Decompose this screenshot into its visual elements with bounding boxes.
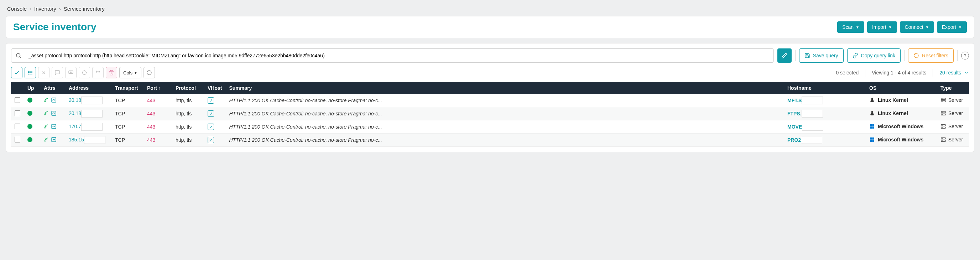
server-icon: [940, 110, 946, 116]
crumb-service-inventory[interactable]: Service inventory: [64, 6, 105, 12]
chart-icon: [51, 137, 57, 142]
protocol-cell: http, tls: [172, 120, 204, 134]
clear-button[interactable]: [38, 67, 49, 78]
svg-point-44: [942, 138, 942, 139]
row-checkbox[interactable]: [14, 137, 20, 142]
link-icon: [853, 53, 858, 58]
export-button[interactable]: Export▼: [937, 21, 967, 33]
chart-icon: [51, 124, 57, 129]
open-vhost-button[interactable]: ↗: [208, 110, 214, 117]
col-address[interactable]: Address: [65, 82, 111, 94]
selected-count: 0 selected: [836, 70, 859, 75]
search-field[interactable]: [11, 48, 774, 63]
col-type[interactable]: Type: [937, 82, 969, 94]
svg-point-24: [942, 112, 942, 112]
screenshot-button[interactable]: [65, 67, 76, 78]
svg-line-1: [19, 57, 21, 58]
rescan-button[interactable]: [79, 67, 90, 78]
save-query-button[interactable]: Save query: [799, 48, 843, 63]
connect-button[interactable]: Connect▼: [900, 21, 934, 33]
transport-cell: TCP: [111, 94, 143, 107]
table-row[interactable]: 20.18 TCP 443 http, tls ↗ HTTP/1.1 200 O…: [11, 94, 969, 107]
list-icon: [27, 70, 33, 75]
chart-icon: [51, 97, 57, 103]
comment-button[interactable]: [52, 67, 63, 78]
svg-rect-30: [870, 126, 872, 129]
address-link[interactable]: 20.18: [69, 97, 81, 103]
table-row[interactable]: 185.15 TCP 443 http, tls ↗ HTTP/1.1 200 …: [11, 134, 969, 147]
transport-cell: TCP: [111, 134, 143, 147]
table-row[interactable]: 170.7 TCP 443 http, tls ↗ HTTP/1.1 200 O…: [11, 120, 969, 134]
col-transport[interactable]: Transport: [111, 82, 143, 94]
svg-rect-31: [872, 126, 874, 129]
col-up[interactable]: Up: [24, 82, 40, 94]
scan-button[interactable]: Scan▼: [837, 21, 864, 33]
row-checkbox[interactable]: [14, 124, 20, 129]
col-attrs[interactable]: Attrs: [40, 82, 65, 94]
content-panel: Save query Copy query link Reset filters…: [6, 43, 974, 152]
chevron-down-icon: [964, 70, 969, 75]
open-vhost-button[interactable]: ↗: [208, 137, 214, 143]
select-all-button[interactable]: [11, 67, 22, 78]
crumb-console[interactable]: Console: [7, 6, 27, 12]
chevron-right-icon: ›: [59, 6, 61, 12]
sort-asc-icon: ↑: [159, 86, 161, 91]
col-hostname[interactable]: Hostname: [784, 82, 866, 94]
list-view-button[interactable]: [25, 67, 36, 78]
edit-query-button[interactable]: [777, 48, 792, 63]
protocol-cell: http, tls: [172, 134, 204, 147]
server-icon: [940, 124, 946, 129]
caret-down-icon: ▼: [134, 71, 137, 75]
address-link[interactable]: 170.7: [69, 124, 81, 129]
type-cell: Server: [940, 110, 963, 116]
caret-down-icon: ▼: [958, 25, 962, 29]
table-row[interactable]: 20.18 TCP 443 http, tls ↗ HTTP/1.1 200 O…: [11, 107, 969, 120]
transport-cell: TCP: [111, 120, 143, 134]
monitor-icon: [68, 70, 74, 75]
address-link[interactable]: 20.18: [69, 110, 81, 116]
divider: [957, 50, 958, 61]
open-vhost-button[interactable]: ↗: [208, 97, 214, 104]
delete-button[interactable]: [106, 67, 117, 78]
columns-button[interactable]: Cols ▼: [119, 67, 142, 78]
type-cell: Server: [940, 137, 963, 142]
row-checkbox[interactable]: [14, 97, 20, 103]
type-cell: Server: [940, 97, 963, 103]
pagesize-dropdown[interactable]: 20 results: [939, 70, 969, 75]
protocol-cell: http, tls: [172, 94, 204, 107]
search-input[interactable]: [25, 49, 773, 62]
refresh-button[interactable]: [143, 67, 155, 78]
comment-icon: [54, 70, 60, 75]
col-port[interactable]: Port↑: [143, 82, 172, 94]
svg-rect-29: [872, 124, 874, 126]
svg-rect-41: [872, 140, 874, 142]
protocol-cell: http, tls: [172, 107, 204, 120]
reset-icon: [913, 53, 919, 58]
reset-filters-button[interactable]: Reset filters: [908, 48, 954, 63]
copy-query-link-button[interactable]: Copy query link: [847, 48, 901, 63]
status-up-icon: [27, 137, 32, 142]
server-icon: [940, 137, 946, 142]
hostname-link[interactable]: MFT.S: [788, 97, 802, 103]
redacted: [801, 136, 822, 144]
windows-icon: [869, 137, 875, 142]
hostname-link[interactable]: PRO2: [788, 137, 801, 143]
merge-button[interactable]: [92, 67, 103, 78]
crumb-inventory[interactable]: Inventory: [34, 6, 56, 12]
import-button[interactable]: Import▼: [867, 21, 897, 33]
redacted: [81, 97, 103, 104]
divider: [904, 50, 905, 61]
query-row: Save query Copy query link Reset filters…: [11, 48, 969, 63]
svg-point-11: [70, 72, 72, 73]
hostname-link[interactable]: FTPS.: [788, 111, 802, 116]
help-icon[interactable]: ?: [961, 52, 969, 59]
open-vhost-button[interactable]: ↗: [208, 124, 214, 130]
col-summary[interactable]: Summary: [226, 82, 784, 94]
row-checkbox[interactable]: [14, 110, 20, 116]
col-os[interactable]: OS: [866, 82, 937, 94]
col-vhost[interactable]: VHost: [204, 82, 226, 94]
address-link[interactable]: 185.15: [69, 137, 84, 142]
merge-icon: [95, 70, 101, 75]
col-protocol[interactable]: Protocol: [172, 82, 204, 94]
hostname-link[interactable]: MOVE: [788, 124, 802, 130]
